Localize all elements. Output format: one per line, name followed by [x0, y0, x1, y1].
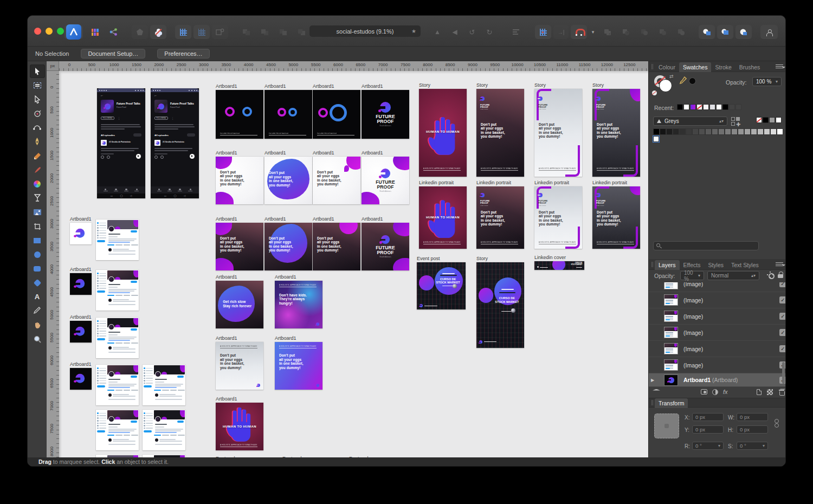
fill-swatch-icon[interactable] [659, 79, 672, 92]
artboard-label[interactable]: Story [419, 82, 430, 88]
layer-row[interactable]: (Image)✓ [649, 308, 786, 325]
selected-swatch[interactable] [653, 136, 659, 142]
swatch[interactable] [769, 117, 775, 123]
panel-menu-icon[interactable] [776, 261, 783, 267]
layer-row[interactable]: (Image)✓ [649, 292, 786, 308]
arrange-back-icon[interactable] [238, 25, 254, 39]
rectangle-tool[interactable] [30, 234, 45, 247]
artboard-label[interactable]: Artboard1 [362, 83, 383, 89]
artboard-label[interactable]: Linkedin portrait [476, 180, 511, 185]
artboard-label[interactable]: Artboard1 [70, 361, 92, 367]
artboard-cover[interactable]: CURSO DESTOCK MARKET [534, 261, 584, 270]
delete-layer-icon[interactable] [779, 389, 784, 395]
artboard-inflg[interactable]: FUTURE PROOF ADVICE [313, 90, 360, 139]
swatch[interactable] [699, 128, 705, 135]
layer-row[interactable]: (Image)✓ [649, 357, 786, 373]
artboard-lockupDark[interactable]: FUTUREPROOFWealth Advisors [362, 90, 409, 139]
swatch[interactable] [683, 104, 689, 110]
swatch[interactable] [677, 104, 683, 110]
swatch-view-small-icon[interactable] [731, 117, 735, 121]
swatch[interactable] [690, 104, 696, 110]
artboard-label[interactable]: Artboard1 [313, 83, 334, 89]
swatch[interactable] [660, 128, 666, 135]
swatch[interactable] [722, 104, 728, 110]
swatch[interactable] [776, 117, 782, 123]
panel-grip[interactable] [651, 262, 653, 267]
artboard-storyLight[interactable]: FUTUREPROOFWealth AdvisorsDon't putall y… [534, 89, 582, 177]
layers-scrollbar[interactable] [782, 362, 785, 384]
designer-persona-icon[interactable] [64, 25, 83, 39]
vertical-ruler[interactable]: 0500100015002000250030003500400045005000… [47, 71, 59, 457]
artboard-label[interactable]: Artboard1 [216, 274, 237, 280]
swatch[interactable] [679, 128, 686, 135]
artboard-label[interactable]: Artboard1 [216, 83, 237, 89]
artboard-tw[interactable] [143, 365, 185, 405]
insert-inside-icon[interactable] [717, 25, 733, 39]
artboard-label[interactable]: Artboard1 [362, 150, 383, 156]
swatch[interactable] [738, 128, 744, 135]
pencil-tool[interactable] [30, 149, 45, 163]
artboard-storyLight[interactable]: FUTUREPROOFWealth AdvisorsDon't putall y… [534, 186, 582, 249]
opacity-dropdown[interactable]: 100 %▾ [752, 77, 782, 86]
tab-brushes[interactable]: Brushes [735, 62, 764, 72]
layer-visibility-checkbox[interactable]: ✓ [779, 329, 786, 336]
vector-crop-tool[interactable] [30, 219, 45, 233]
artboard-eggsCornersPhoto[interactable]: Don't putall your eggsin one basket,you … [216, 223, 263, 270]
artboard-label[interactable]: Artboard1 [264, 150, 286, 156]
artboard-phone[interactable]: ←Future Proof TalksFuture ProofFOLLOWING… [151, 88, 199, 198]
tab-styles[interactable]: Styles [704, 260, 727, 270]
adjustment-layer-icon[interactable] [712, 389, 718, 395]
artboard-eggsBlobPhoto[interactable]: Don't putall your eggsin one basket,you … [264, 223, 312, 270]
ruler-unit[interactable]: px [47, 61, 59, 71]
fill-tool[interactable] [30, 177, 45, 191]
artboard-lockupPhoto[interactable]: FUTUREPROOFWealth Advisors [362, 223, 409, 270]
artboard-eggsGradient[interactable]: A HOLISTIC APPROACH TO WEALTH ADVISINGDo… [275, 342, 322, 390]
tab-layers[interactable]: Layers [655, 260, 680, 270]
w-field[interactable]: 0 px [737, 413, 768, 421]
artboard-getrich[interactable]: Get rich slowStay rich forever [216, 281, 263, 328]
swap-fill-stroke-icon[interactable]: ⇄ [669, 74, 674, 79]
layer-visibility-checkbox[interactable]: ✓ [779, 313, 786, 320]
artboard-logoSq[interactable] [70, 273, 92, 295]
swatch[interactable] [770, 128, 777, 135]
artboard-phone[interactable]: ←Future Proof TalksFuture ProofFOLLOWING… [97, 88, 145, 198]
artboard-label[interactable]: Artboard1 [362, 216, 383, 222]
swatch[interactable] [703, 104, 709, 110]
shape-tool[interactable] [30, 276, 45, 289]
mask-layer-icon[interactable] [701, 389, 707, 395]
snap-move-icon[interactable]: →| [553, 25, 569, 39]
export-persona-icon[interactable] [107, 25, 120, 39]
blend-mode-dropdown[interactable]: Normal▴▾ [707, 271, 759, 280]
horizontal-ruler[interactable]: 0500100015002000250030003500400045005000… [59, 61, 648, 71]
artboard-label[interactable]: Linkedin portrait [592, 180, 627, 185]
fill-stroke-indicator[interactable]: ⇄ [654, 75, 677, 97]
new-layer-icon[interactable] [757, 389, 762, 395]
insert-on-top-icon[interactable] [735, 25, 752, 39]
tab-transform[interactable]: Transform [655, 398, 688, 408]
flip-vertical-icon[interactable]: ▲ [430, 25, 445, 39]
h-field[interactable]: 0 px [737, 425, 768, 434]
layer-row-selected[interactable]: ▶Artboard1 (Artboard)✓ [649, 373, 786, 387]
artboard-label[interactable]: Artboard1 [275, 335, 296, 341]
insert-behind-icon[interactable] [699, 25, 715, 39]
pixel-persona-icon[interactable] [88, 25, 101, 39]
rounded-rectangle-tool[interactable] [30, 262, 45, 275]
artboard-label[interactable]: Artboard1 [70, 314, 92, 320]
artboard-eggsPlainPhoto[interactable]: Don't putall your eggsin one basket,you … [313, 223, 360, 270]
arrange-front-icon[interactable] [293, 25, 309, 39]
swatch[interactable] [735, 104, 741, 110]
fx-icon[interactable]: fx [723, 389, 728, 395]
convert-to-curves-icon[interactable] [212, 25, 228, 39]
place-image-tool[interactable] [30, 205, 45, 219]
artboard-eggsPhotoLight[interactable]: A HOLISTIC APPROACH TO WEALTH ADVISINGDo… [216, 342, 263, 390]
view-tool[interactable] [30, 318, 45, 332]
boolean-divide-icon[interactable] [655, 25, 671, 39]
snap-options-icon[interactable]: ▾ [589, 25, 597, 39]
layer-row[interactable]: (Image)✓ [649, 341, 786, 357]
artboard-infsm[interactable]: FUTURE PROOF ADVICE [264, 90, 312, 139]
artboard-tw[interactable] [96, 270, 139, 311]
artboard-label[interactable]: Artboard1 [216, 396, 237, 402]
artboard-label[interactable]: Artboard1 [216, 216, 237, 222]
boolean-subtract-icon[interactable]: − [618, 25, 634, 39]
picked-colour-swatch[interactable] [689, 77, 696, 85]
